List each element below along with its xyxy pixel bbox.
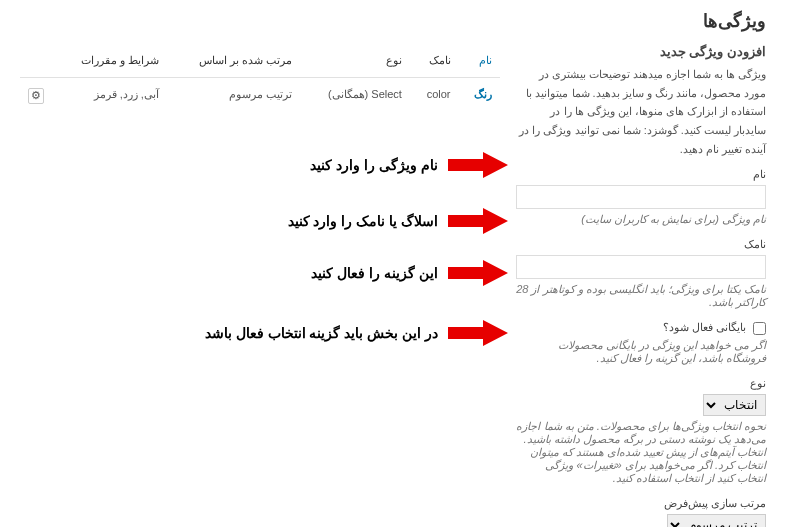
name-label: نام — [516, 168, 766, 181]
order-row: مرتب سازی پیش‌فرض ترتیب مرسوم — [516, 497, 766, 527]
row-name-link[interactable]: رنگ — [474, 88, 492, 100]
gear-icon[interactable] — [28, 88, 44, 104]
archive-checkbox[interactable] — [753, 322, 766, 335]
svg-marker-1 — [448, 208, 508, 234]
table-column: نام نامک نوع مرتب شده بر اساس شرایط و مق… — [20, 44, 500, 116]
page-wrap: ویژگی‌ها افزودن ویژگی جدید ویژگی ها به ش… — [0, 0, 786, 527]
th-order[interactable]: مرتب شده بر اساس — [167, 44, 300, 78]
table-row: رنگ color Select (همگانی) ترتیب مرسوم آب… — [20, 78, 500, 117]
order-label: مرتب سازی پیش‌فرض — [516, 497, 766, 510]
name-input[interactable] — [516, 185, 766, 209]
annotation-name: نام ویژگی را وارد کنید — [310, 152, 508, 178]
slug-input[interactable] — [516, 255, 766, 279]
annotation-text: نام ویژگی را وارد کنید — [310, 157, 438, 173]
form-column: افزودن ویژگی جدید ویژگی ها به شما اجازه … — [516, 44, 766, 527]
archive-row: بایگانی فعال شود؟ — [516, 321, 766, 335]
th-actions — [20, 44, 52, 78]
page-title: ویژگی‌ها — [20, 10, 766, 32]
annotation-type: در این بخش باید گزینه انتخاب فعال باشد — [205, 320, 508, 346]
annotation-text: این گزینه را فعال کنید — [311, 265, 438, 281]
archive-label-text: بایگانی فعال شود؟ — [663, 321, 746, 333]
type-label: نوع — [516, 377, 766, 390]
annotation-slug: اسلاگ یا نامک را وارد کنید — [288, 208, 508, 234]
order-select[interactable]: ترتیب مرسوم — [667, 514, 766, 527]
th-terms[interactable]: شرایط و مقررات — [52, 44, 167, 78]
arrow-icon — [448, 260, 508, 286]
row-slug: color — [410, 78, 459, 117]
row-order: ترتیب مرسوم — [167, 78, 300, 117]
svg-marker-3 — [448, 320, 508, 346]
arrow-icon — [448, 152, 508, 178]
archive-label: بایگانی فعال شود؟ — [516, 321, 766, 335]
arrow-icon — [448, 320, 508, 346]
intro-text: ویژگی ها به شما اجازه میدهند توضیحات بیش… — [516, 65, 766, 158]
name-row: نام — [516, 168, 766, 209]
svg-marker-0 — [448, 152, 508, 178]
svg-marker-2 — [448, 260, 508, 286]
row-type: Select (همگانی) — [300, 78, 410, 117]
th-slug[interactable]: نامک — [410, 44, 459, 78]
th-type[interactable]: نوع — [300, 44, 410, 78]
section-title: افزودن ویژگی جدید — [516, 44, 766, 59]
type-select[interactable]: انتخاب — [703, 394, 766, 416]
annotation-text: اسلاگ یا نامک را وارد کنید — [288, 213, 438, 229]
archive-helper: اگر می خواهید این ویژگی در بایگانی محصول… — [516, 339, 766, 365]
attributes-table: نام نامک نوع مرتب شده بر اساس شرایط و مق… — [20, 44, 500, 116]
slug-label: نامک — [516, 238, 766, 251]
annotation-archive: این گزینه را فعال کنید — [311, 260, 508, 286]
annotation-text: در این بخش باید گزینه انتخاب فعال باشد — [205, 325, 438, 341]
type-helper: نحوه انتخاب ویژگی‌ها برای محصولات. متن ب… — [516, 420, 766, 485]
arrow-icon — [448, 208, 508, 234]
name-helper: نام ویژگی (برای نمایش به کاربران سایت) — [516, 213, 766, 226]
table-header-row: نام نامک نوع مرتب شده بر اساس شرایط و مق… — [20, 44, 500, 78]
slug-helper: نامک یکتا برای ویژگی؛ باید انگلیسی بوده … — [516, 283, 766, 309]
row-terms: آبی, زرد, قرمز — [52, 78, 167, 117]
slug-row: نامک — [516, 238, 766, 279]
type-row: نوع انتخاب — [516, 377, 766, 416]
th-name[interactable]: نام — [459, 44, 500, 78]
